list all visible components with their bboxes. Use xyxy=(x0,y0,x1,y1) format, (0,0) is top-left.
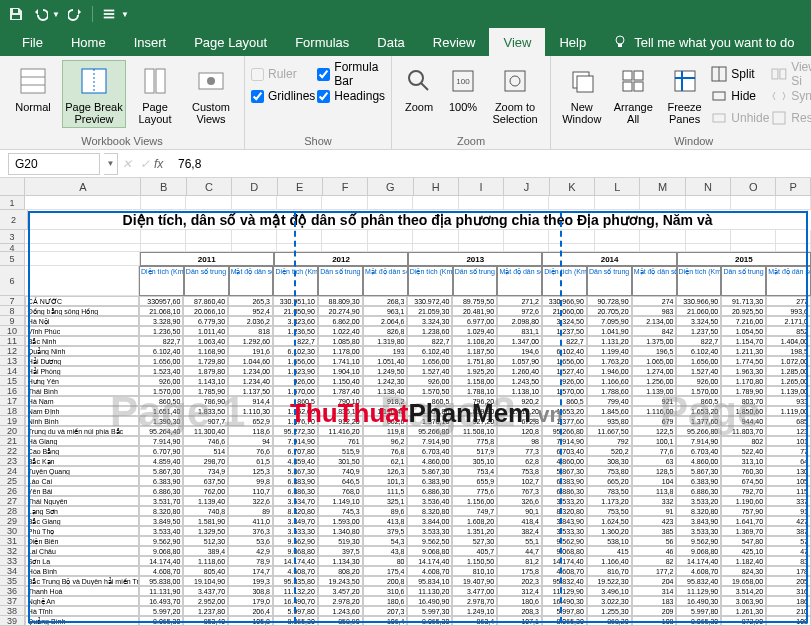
data-cell[interactable]: 8.065,30 xyxy=(542,616,587,626)
row-header[interactable]: 25 xyxy=(0,476,25,486)
data-cell[interactable]: 1.274,00 xyxy=(632,366,677,376)
row-header[interactable]: 31 xyxy=(0,536,25,546)
column-header[interactable]: O xyxy=(731,178,776,196)
cell[interactable] xyxy=(776,244,811,252)
data-cell[interactable]: 43,8 xyxy=(363,546,408,556)
data-cell[interactable]: 6.779,30 xyxy=(183,316,228,326)
data-cell[interactable]: 277 xyxy=(766,296,811,306)
save-icon[interactable] xyxy=(8,6,24,22)
region-label[interactable]: Hưng Yên xyxy=(25,376,139,386)
data-cell[interactable]: 207,3 xyxy=(363,606,408,616)
data-cell[interactable]: 926,00 xyxy=(676,376,721,386)
data-cell[interactable]: 6.383,90 xyxy=(676,476,721,486)
row-header[interactable]: 19 xyxy=(0,416,25,426)
data-cell[interactable]: 11.300,40 xyxy=(183,426,228,436)
data-cell[interactable]: 3.457,20 xyxy=(318,586,363,596)
data-cell[interactable]: 175,8 xyxy=(497,566,542,576)
data-cell[interactable]: 1.154,70 xyxy=(721,336,766,346)
data-cell[interactable]: 740,8 xyxy=(183,506,228,516)
data-cell[interactable]: 83 xyxy=(766,556,811,566)
cell[interactable] xyxy=(549,230,594,244)
data-cell[interactable]: 14.174,40 xyxy=(139,556,184,566)
data-cell[interactable]: 1.788,60 xyxy=(587,386,632,396)
data-cell[interactable]: 108 xyxy=(632,616,677,626)
data-cell[interactable]: 382,4 xyxy=(497,526,542,536)
data-cell[interactable]: 1.624,50 xyxy=(587,516,632,526)
data-cell[interactable]: 914,4 xyxy=(228,396,273,406)
data-cell[interactable]: 1.656,00 xyxy=(139,356,184,366)
data-cell[interactable]: 1.527,40 xyxy=(542,366,587,376)
data-cell[interactable]: 2.171,0 xyxy=(766,316,811,326)
row-header[interactable]: 3 xyxy=(0,230,25,244)
cell[interactable] xyxy=(731,230,776,244)
data-cell[interactable]: 95.266,80 xyxy=(407,426,452,436)
sub-header[interactable]: Dân số trung bình (Nghìn người) xyxy=(587,266,632,296)
data-cell[interactable]: 3.324,50 xyxy=(542,316,587,326)
column-header[interactable]: N xyxy=(686,178,731,196)
data-cell[interactable]: 790,10 xyxy=(318,396,363,406)
data-cell[interactable]: 95.832,40 xyxy=(676,576,721,586)
data-cell[interactable]: 1.256,00 xyxy=(632,376,677,386)
cell[interactable] xyxy=(322,196,367,210)
cell[interactable] xyxy=(640,244,685,252)
data-cell[interactable]: 312,4 xyxy=(497,586,542,596)
data-cell[interactable]: 3.324,30 xyxy=(407,316,452,326)
data-cell[interactable]: 418,4 xyxy=(497,516,542,526)
data-cell[interactable]: 8.320,80 xyxy=(407,506,452,516)
data-cell[interactable]: 860,5 xyxy=(407,396,452,406)
data-cell[interactable]: 16.490,30 xyxy=(676,596,721,606)
data-cell[interactable]: 1.652,60 xyxy=(273,406,318,416)
cell[interactable] xyxy=(504,230,549,244)
data-cell[interactable]: 102,7 xyxy=(497,476,542,486)
data-cell[interactable]: 123 xyxy=(766,426,811,436)
row-header[interactable]: 1 xyxy=(0,196,25,210)
data-cell[interactable]: 54,3 xyxy=(363,536,408,546)
data-cell[interactable]: 1.051,40 xyxy=(363,356,408,366)
data-cell[interactable]: 1.011,40 xyxy=(183,326,228,336)
data-cell[interactable]: 783,50 xyxy=(587,486,632,496)
cell[interactable] xyxy=(141,230,186,244)
data-cell[interactable]: 822,7 xyxy=(676,336,721,346)
region-label[interactable]: Sơn La xyxy=(25,556,139,566)
data-cell[interactable]: 1.110,40 xyxy=(363,406,408,416)
data-cell[interactable]: 963,1 xyxy=(363,306,408,316)
data-cell[interactable]: 655,9 xyxy=(452,476,497,486)
data-cell[interactable]: 20.481,90 xyxy=(452,306,497,316)
data-cell[interactable]: 11.129,90 xyxy=(676,586,721,596)
data-cell[interactable]: 4.608,70 xyxy=(407,566,452,576)
data-cell[interactable]: 205 xyxy=(766,576,811,586)
data-cell[interactable]: 268,3 xyxy=(363,296,408,306)
data-cell[interactable]: 1.255,30 xyxy=(587,606,632,616)
data-cell[interactable]: 301,50 xyxy=(318,456,363,466)
data-cell[interactable]: 11.129,90 xyxy=(542,586,587,596)
data-cell[interactable]: 3.843,90 xyxy=(676,516,721,526)
formula-input[interactable] xyxy=(170,153,811,175)
cell[interactable] xyxy=(595,196,640,210)
data-cell[interactable]: 734,9 xyxy=(183,466,228,476)
data-cell[interactable]: 1.656,00 xyxy=(273,356,318,366)
data-cell[interactable]: 1.729,80 xyxy=(183,356,228,366)
data-cell[interactable]: 918,2 xyxy=(363,396,408,406)
data-cell[interactable]: 4.608,70 xyxy=(676,566,721,576)
data-cell[interactable]: 9.068,80 xyxy=(407,546,452,556)
data-cell[interactable]: 87.860,40 xyxy=(183,296,228,306)
select-all-corner[interactable] xyxy=(0,178,25,196)
row-header[interactable]: 4 xyxy=(0,244,25,252)
data-cell[interactable]: 993,6 xyxy=(766,306,811,316)
data-cell[interactable]: 206,4 xyxy=(228,606,273,616)
data-cell[interactable]: 1.249,10 xyxy=(452,606,497,616)
data-cell[interactable]: 860,5 xyxy=(676,396,721,406)
tell-me[interactable]: Tell me what you want to do xyxy=(612,28,794,56)
data-cell[interactable]: 753,50 xyxy=(587,506,632,516)
data-cell[interactable]: 1.378,10 xyxy=(407,416,452,426)
data-cell[interactable]: 1.243,60 xyxy=(318,606,363,616)
data-cell[interactable]: 1.570,00 xyxy=(542,386,587,396)
region-label[interactable]: Vĩnh Phúc xyxy=(25,326,139,336)
data-cell[interactable]: 14.174,40 xyxy=(676,556,721,566)
data-cell[interactable]: 89.759,50 xyxy=(452,296,497,306)
data-cell[interactable]: 3.533,30 xyxy=(542,526,587,536)
data-cell[interactable]: 1.139,40 xyxy=(183,496,228,506)
data-cell[interactable]: 95.835,80 xyxy=(273,576,318,586)
region-label[interactable]: Quảng Ninh xyxy=(25,346,139,356)
region-label[interactable]: Bắc Trung Bộ và Duyên hải miền Trung xyxy=(25,576,139,586)
